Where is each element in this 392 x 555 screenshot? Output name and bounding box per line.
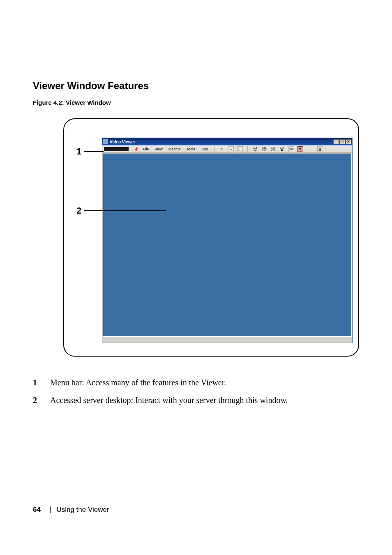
info-icon[interactable]: ▦ — [317, 146, 323, 152]
description-row-2: 2 Accessed server desktop: Interact with… — [33, 394, 359, 407]
keyboard-icon[interactable]: ⌨ — [288, 146, 294, 152]
window-title: Video Viewer — [110, 140, 333, 144]
description-1-text: Menu bar: Access many of the features in… — [50, 376, 359, 389]
status-indicator — [104, 147, 129, 151]
window-close-button[interactable]: ✕ — [346, 139, 351, 144]
section-title: Viewer Window Features — [33, 80, 359, 92]
page-number: 64 — [33, 506, 41, 514]
footer-section: Using the Viewer — [56, 506, 109, 514]
window-maximize-button[interactable]: □ — [339, 139, 345, 144]
titlebar[interactable]: Video Viewer _ □ ✕ — [102, 138, 352, 145]
description-2-number: 2 — [33, 394, 50, 407]
callout-2-line — [84, 210, 166, 211]
toolbar-separator-1 — [214, 146, 214, 152]
menu-macros[interactable]: Macros — [167, 147, 182, 151]
cursor-none-icon[interactable]: ⬚ — [237, 146, 243, 152]
page-footer: 64 Using the Viewer — [33, 506, 109, 514]
figure-frame: 1 2 Video Viewer _ □ ✕ 📌 File View — [63, 118, 359, 357]
macro-altf4-button[interactable]: ALT F4 — [252, 146, 258, 152]
toolbar-separator-2 — [247, 146, 248, 152]
callout-1: 1 — [76, 146, 104, 157]
macro-alttab-button[interactable]: ALT ⇆ — [279, 146, 285, 152]
description-1-number: 1 — [33, 376, 50, 389]
callout-1-number: 1 — [76, 146, 81, 157]
menu-help[interactable]: Help — [199, 147, 210, 151]
viewer-window: Video Viewer _ □ ✕ 📌 File View Macros To… — [102, 138, 353, 343]
figure-description-list: 1 Menu bar: Access many of the features … — [33, 376, 359, 407]
pin-icon[interactable]: 📌 — [134, 147, 138, 152]
callout-1-line — [84, 151, 104, 152]
callout-2-number: 2 — [76, 205, 81, 216]
scrollbar-bottom[interactable] — [102, 337, 352, 343]
menubar: 📌 File View Macros Tools Help ↖ ↔ ⬚ ALT … — [102, 145, 352, 153]
figure-caption: Figure 4.2: Viewer Window — [33, 99, 359, 106]
description-2-text: Accessed server desktop: Interact with y… — [50, 394, 359, 407]
align-cursor-icon[interactable]: ↔ — [228, 146, 234, 152]
menu-view[interactable]: View — [154, 147, 164, 151]
cursor-single-icon[interactable]: ↖ — [219, 146, 225, 152]
menu-file[interactable]: File — [142, 147, 150, 151]
footer-separator — [50, 507, 51, 513]
macro-ctlesc-button[interactable]: CTL ESC — [261, 146, 267, 152]
description-row-1: 1 Menu bar: Access many of the features … — [33, 376, 359, 389]
ctrl-alt-del-icon[interactable]: ⬆ — [297, 146, 303, 152]
window-minimize-button[interactable]: _ — [333, 139, 339, 144]
app-icon — [103, 139, 108, 144]
callout-2: 2 — [76, 205, 166, 216]
server-desktop-area[interactable] — [102, 153, 352, 337]
menu-tools[interactable]: Tools — [185, 147, 196, 151]
macro-altesc-button[interactable]: ALT ESC — [270, 146, 276, 152]
